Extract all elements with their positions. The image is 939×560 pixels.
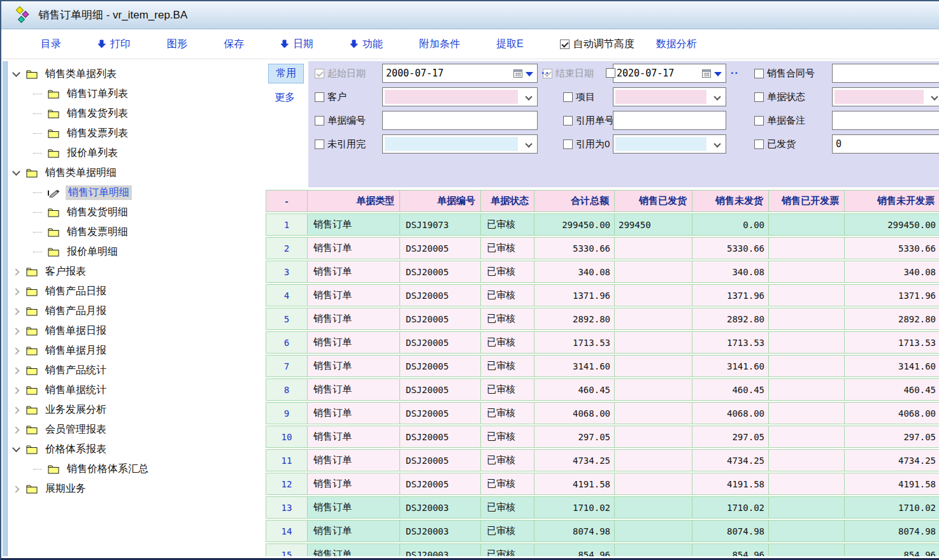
tree-item-business-development-analysis[interactable]: 业务发展分析 (8, 400, 266, 420)
cell-doc-status[interactable]: 已审核 (480, 213, 534, 236)
cell-doc-type[interactable]: 销售订单 (307, 284, 399, 306)
cell-sales-shipped[interactable] (614, 520, 692, 542)
tree-item-sales-doc-monthly[interactable]: 销售单据月报 (8, 341, 266, 361)
calendar-icon[interactable] (702, 69, 711, 80)
tree-item-sales-price-system-summary[interactable]: 销售价格体系汇总 (8, 459, 266, 479)
referenced-zero-range-dots[interactable]: .. (731, 65, 739, 76)
tree-item-sales-product-stats[interactable]: 销售产品统计 (8, 361, 266, 380)
cell-doc-no[interactable]: DSJ20005 (399, 402, 480, 424)
cell-sales-shipped[interactable] (614, 237, 692, 259)
ref-no-checkbox[interactable] (563, 116, 573, 126)
tree-item-sales-product-monthly[interactable]: 销售产品月报 (8, 301, 266, 321)
table-row[interactable]: 7销售订单DSJ20005已审核3141.603141.603141.60 (266, 355, 939, 377)
cell-doc-no[interactable]: DSJ19073 (399, 213, 480, 236)
cell-doc-status[interactable]: 已审核 (480, 237, 534, 259)
cell-doc-status[interactable]: 已审核 (480, 331, 534, 354)
cell-doc-type[interactable]: 销售订单 (307, 355, 399, 377)
ref-no-input[interactable] (613, 111, 726, 130)
cell-sales-invoiced[interactable] (768, 543, 844, 556)
col-header-total-amount[interactable]: 合计总额 (534, 190, 614, 212)
menu-item-date[interactable]: 日期 (280, 38, 313, 51)
cell-sales-unshipped[interactable]: 4191.58 (692, 473, 768, 495)
cell-doc-status[interactable]: 已审核 (480, 473, 534, 495)
cell-doc-type[interactable]: 销售订单 (307, 213, 399, 236)
tree-item-price-system-reports[interactable]: 价格体系报表 (8, 440, 266, 459)
expand-chevron-icon[interactable] (8, 269, 24, 275)
start-date-input[interactable]: 2000-07-17 (382, 64, 538, 83)
cell-sales-uninvoiced[interactable]: 4191.58 (844, 473, 939, 495)
date-dropdown-arrow[interactable] (714, 72, 722, 76)
menu-item-data-analysis[interactable]: 数据分析 (656, 38, 697, 51)
cell-doc-no[interactable]: DSJ20005 (399, 308, 480, 330)
cell-total-amount[interactable]: 1371.96 (534, 284, 614, 306)
cell-sales-shipped[interactable] (614, 402, 692, 424)
expand-chevron-icon[interactable] (8, 348, 24, 354)
cell-doc-type[interactable]: 销售订单 (307, 378, 399, 401)
tree-item-member-management-reports[interactable]: 会员管理报表 (8, 420, 266, 440)
col-header-sales-shipped[interactable]: 销售已发货 (614, 190, 692, 212)
row-number[interactable]: 14 (266, 520, 307, 542)
doc-status-combobox[interactable] (832, 87, 939, 106)
cell-sales-uninvoiced[interactable]: 1713.53 (844, 331, 939, 354)
menu-item-directory[interactable]: 目录 (41, 38, 61, 51)
project-combobox[interactable] (613, 87, 726, 106)
cell-sales-shipped[interactable] (614, 473, 692, 495)
tree-item-sales-doc-lists[interactable]: 销售类单据列表 (8, 64, 266, 84)
cell-doc-status[interactable]: 已审核 (480, 402, 534, 424)
doc-no-input[interactable] (382, 111, 538, 130)
cell-doc-type[interactable]: 销售订单 (307, 449, 399, 471)
collapse-chevron-icon[interactable] (8, 73, 24, 76)
not-fully-referenced-range-dots[interactable]: .. (541, 65, 550, 76)
cell-doc-status[interactable]: 已审核 (480, 261, 534, 283)
cell-doc-no[interactable]: DSJ20005 (399, 378, 480, 401)
cell-sales-invoiced[interactable] (768, 213, 844, 236)
tree-item-extension-business[interactable]: 展期业务 (8, 479, 266, 499)
customer-checkbox[interactable] (315, 92, 324, 102)
menu-item-extra-conditions[interactable]: 附加条件 (419, 38, 460, 51)
row-number[interactable]: 2 (266, 237, 307, 259)
cell-sales-shipped[interactable] (614, 284, 692, 306)
menu-item-extract[interactable]: 提取E (496, 38, 524, 51)
tree-item-sales-order-list[interactable]: 销售订单列表 (8, 84, 266, 104)
row-number[interactable]: 13 (266, 496, 307, 519)
cell-doc-type[interactable]: 销售订单 (307, 496, 399, 519)
menu-item-graph[interactable]: 图形 (167, 38, 187, 51)
cell-sales-shipped[interactable] (614, 378, 692, 401)
cell-sales-invoiced[interactable] (768, 378, 844, 401)
col-header-sales-unshipped[interactable]: 销售未发货 (692, 190, 768, 212)
cell-doc-no[interactable]: DSJ20005 (399, 261, 480, 283)
tree-item-sales-doc-daily[interactable]: 销售单据日报 (8, 321, 266, 341)
cell-doc-no[interactable]: DSJ20003 (399, 496, 480, 519)
cell-sales-uninvoiced[interactable]: 460.45 (844, 378, 939, 401)
cell-sales-invoiced[interactable] (768, 355, 844, 377)
tree-item-quotation-detail[interactable]: 报价单明细 (8, 242, 266, 262)
row-number[interactable]: 15 (266, 543, 307, 556)
row-number[interactable]: 7 (266, 355, 307, 377)
cell-doc-no[interactable]: DSJ20005 (399, 331, 480, 354)
cell-total-amount[interactable]: 8074.98 (534, 520, 614, 542)
cell-sales-invoiced[interactable] (768, 261, 844, 283)
collapse-chevron-icon[interactable] (8, 448, 24, 451)
cell-doc-status[interactable]: 已审核 (480, 308, 534, 330)
cell-doc-no[interactable]: DSJ20003 (399, 520, 480, 542)
cell-sales-invoiced[interactable] (768, 331, 844, 354)
collapse-chevron-icon[interactable] (8, 171, 24, 175)
cell-doc-type[interactable]: 销售订单 (307, 331, 399, 354)
cell-sales-uninvoiced[interactable]: 4734.25 (844, 449, 939, 471)
row-number[interactable]: 4 (266, 284, 307, 306)
table-row[interactable]: 6销售订单DSJ20005已审核1713.531713.531713.53 (266, 331, 939, 354)
cell-sales-uninvoiced[interactable]: 5330.66 (844, 237, 939, 259)
cell-total-amount[interactable]: 1710.02 (534, 496, 614, 519)
row-number[interactable]: 8 (266, 378, 307, 401)
contract-no-checkbox[interactable] (754, 69, 764, 78)
cell-sales-shipped[interactable]: 299450 (614, 213, 692, 236)
cell-doc-type[interactable]: 销售订单 (307, 261, 399, 283)
tree-item-sales-doc-details[interactable]: 销售类单据明细 (8, 163, 266, 183)
cell-sales-unshipped[interactable]: 460.45 (692, 378, 768, 401)
common-filters-button[interactable]: 常用 (268, 64, 304, 83)
cell-sales-shipped[interactable] (614, 308, 692, 330)
cell-doc-no[interactable]: DSJ20005 (399, 237, 480, 259)
cell-sales-unshipped[interactable]: 8074.98 (692, 520, 768, 542)
cell-doc-status[interactable]: 已审核 (480, 543, 534, 556)
cell-sales-shipped[interactable] (614, 331, 692, 354)
